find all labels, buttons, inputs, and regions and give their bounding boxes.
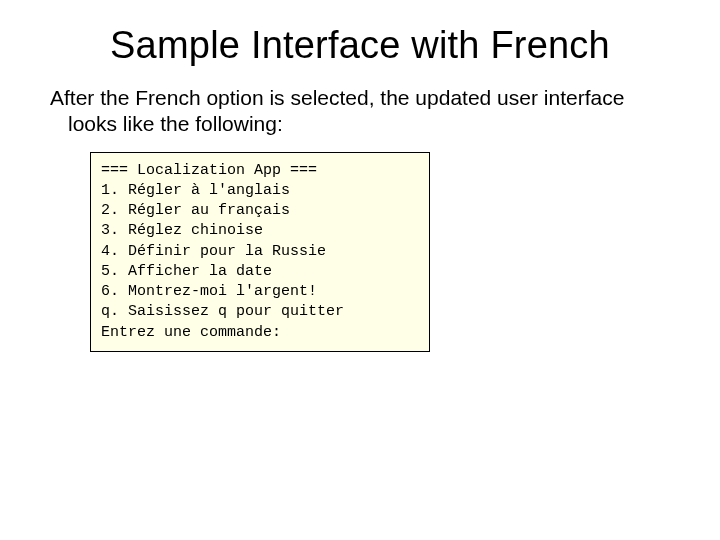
slide: Sample Interface with French After the F… <box>0 0 720 540</box>
console-line: 1. Régler à l'anglais <box>101 182 290 199</box>
console-header: === Localization App === <box>101 162 317 179</box>
console-prompt: Entrez une commande: <box>101 324 281 341</box>
slide-title: Sample Interface with French <box>0 0 720 67</box>
console-line: 6. Montrez-moi l'argent! <box>101 283 317 300</box>
slide-body-text: After the French option is selected, the… <box>18 67 720 138</box>
console-line: 2. Régler au français <box>101 202 290 219</box>
console-line: 4. Définir pour la Russie <box>101 243 326 260</box>
console-line: 3. Réglez chinoise <box>101 222 263 239</box>
console-line: q. Saisissez q pour quitter <box>101 303 344 320</box>
console-line: 5. Afficher la date <box>101 263 272 280</box>
console-output: === Localization App === 1. Régler à l'a… <box>90 152 430 352</box>
